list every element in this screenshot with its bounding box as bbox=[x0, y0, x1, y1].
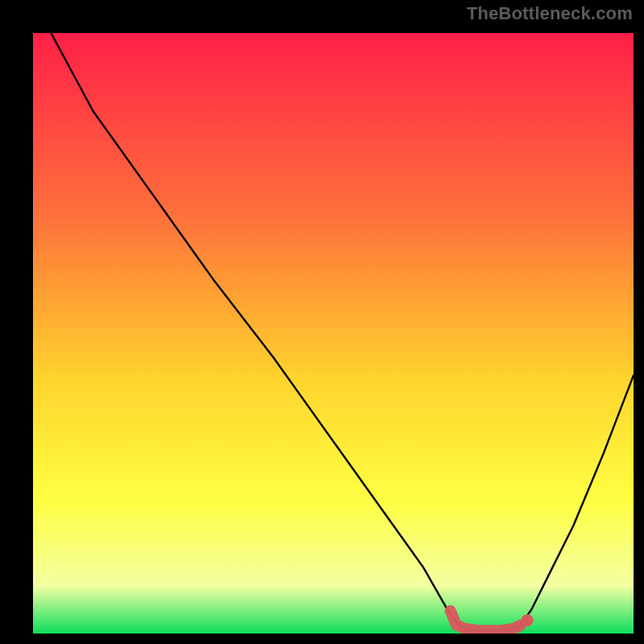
chart-frame bbox=[11, 11, 633, 633]
svg-point-1 bbox=[522, 614, 534, 626]
chart-plot-area bbox=[33, 33, 634, 634]
bottleneck-chart-svg bbox=[33, 33, 634, 634]
watermark-text: TheBottleneck.com bbox=[467, 3, 633, 24]
svg-rect-0 bbox=[33, 33, 634, 634]
